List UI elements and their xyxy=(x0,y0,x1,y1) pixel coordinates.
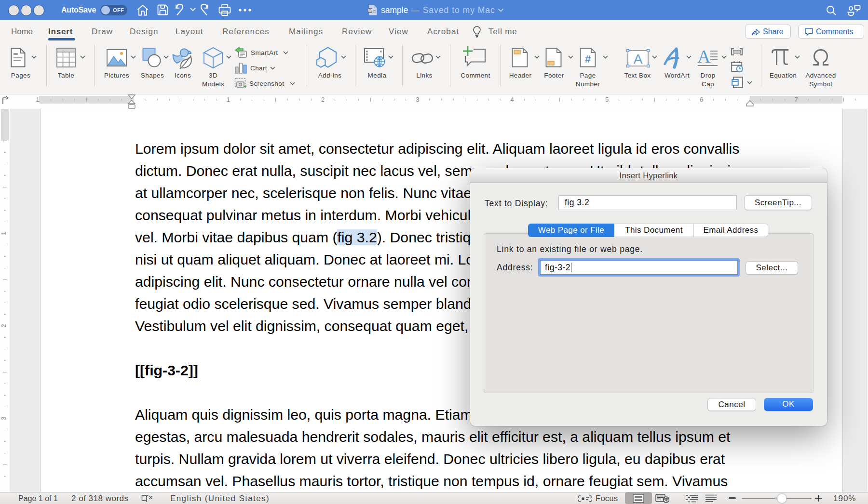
svg-text:A: A xyxy=(634,52,643,66)
svg-text:#: # xyxy=(585,53,591,65)
svg-text:W: W xyxy=(368,8,372,13)
svg-text:A: A xyxy=(697,48,711,66)
